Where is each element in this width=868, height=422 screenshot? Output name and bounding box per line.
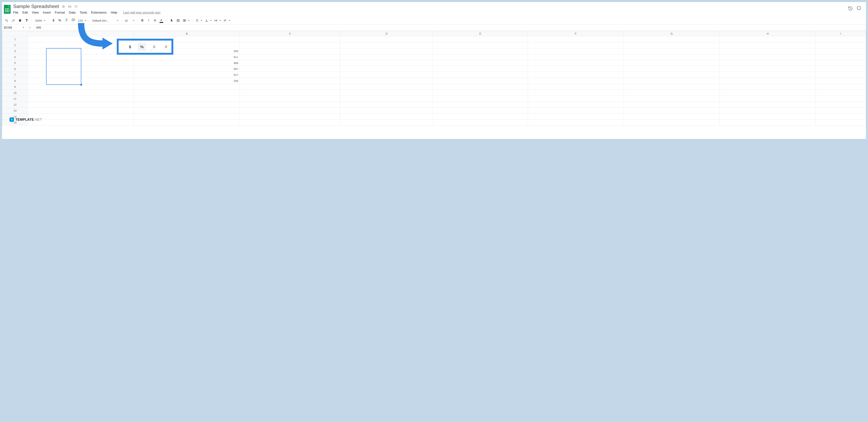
increase-decimal-button[interactable]: .00→ — [70, 18, 76, 23]
cell-C3[interactable] — [240, 48, 340, 54]
cell-F1[interactable] — [528, 36, 624, 42]
cell-D11[interactable] — [340, 96, 433, 102]
cell-H7[interactable] — [720, 72, 815, 78]
cell-H1[interactable] — [720, 36, 815, 42]
cell-G12[interactable] — [624, 102, 720, 108]
popup-currency-button[interactable]: $ — [126, 43, 134, 51]
cell-D10[interactable] — [340, 90, 433, 96]
cell-B15[interactable] — [134, 120, 240, 125]
cell-D12[interactable] — [340, 102, 433, 108]
col-header-C[interactable]: C — [240, 31, 340, 36]
formula-input[interactable]: 345 — [34, 26, 866, 30]
cell-B5[interactable]: 466 — [134, 60, 240, 66]
cell-I15[interactable] — [815, 120, 866, 125]
strikethrough-button[interactable]: S — [153, 18, 158, 23]
print-button[interactable] — [17, 18, 23, 23]
cell-H5[interactable] — [720, 60, 815, 66]
menu-format[interactable]: Format — [55, 10, 65, 15]
borders-button[interactable] — [175, 18, 181, 23]
cell-F4[interactable] — [528, 54, 624, 60]
cell-E11[interactable] — [433, 96, 528, 102]
cell-I7[interactable] — [815, 72, 866, 78]
cell-G6[interactable] — [624, 66, 720, 72]
cell-A7[interactable] — [28, 72, 134, 78]
cell-C6[interactable] — [240, 66, 340, 72]
cell-E14[interactable] — [433, 114, 528, 120]
cell-G11[interactable] — [624, 96, 720, 102]
cell-D3[interactable] — [340, 48, 433, 54]
paint-format-button[interactable] — [24, 18, 30, 23]
select-all-corner[interactable] — [2, 31, 28, 36]
cloud-status-icon[interactable] — [74, 5, 78, 8]
cell-I6[interactable] — [815, 66, 866, 72]
text-rotation-dropdown[interactable] — [223, 19, 231, 22]
col-header-B[interactable]: B — [134, 31, 240, 36]
menu-view[interactable]: View — [32, 10, 39, 15]
move-folder-icon[interactable] — [68, 5, 71, 8]
doc-title[interactable]: Sample Spreadsheet — [13, 3, 59, 9]
format-currency-button[interactable]: $ — [51, 18, 56, 23]
menu-data[interactable]: Data — [69, 10, 76, 15]
menu-file[interactable]: File — [13, 10, 18, 15]
more-formats-dropdown[interactable]: 123 — [78, 19, 87, 22]
cell-B13[interactable] — [134, 108, 240, 114]
cell-C9[interactable] — [240, 84, 340, 90]
vertical-align-dropdown[interactable] — [204, 19, 212, 22]
cell-D5[interactable] — [340, 60, 433, 66]
undo-button[interactable] — [4, 18, 9, 23]
popup-increase-decimal-button[interactable]: .0 — [161, 43, 170, 51]
cell-E8[interactable] — [433, 78, 528, 84]
cell-H15[interactable] — [720, 120, 815, 125]
cell-C2[interactable] — [240, 42, 340, 48]
cell-H2[interactable] — [720, 42, 815, 48]
cell-D15[interactable] — [340, 120, 433, 125]
cell-D6[interactable] — [340, 66, 433, 72]
cell-F14[interactable] — [528, 114, 624, 120]
cell-F6[interactable] — [528, 66, 624, 72]
col-header-G[interactable]: G — [624, 31, 720, 36]
row-header-1[interactable]: 1 — [2, 36, 28, 42]
cell-E2[interactable] — [433, 42, 528, 48]
col-header-H[interactable]: H — [720, 31, 815, 36]
selection-handle[interactable] — [81, 84, 82, 86]
cell-I2[interactable] — [815, 42, 866, 48]
cell-C11[interactable] — [240, 96, 340, 102]
cell-G15[interactable] — [624, 120, 720, 125]
cell-E1[interactable] — [433, 36, 528, 42]
cell-A13[interactable] — [28, 108, 134, 114]
bold-button[interactable]: B — [140, 18, 145, 23]
cell-I14[interactable] — [815, 114, 866, 120]
cell-E7[interactable] — [433, 72, 528, 78]
cell-A8[interactable] — [28, 78, 134, 84]
cell-I5[interactable] — [815, 60, 866, 66]
font-size-dropdown[interactable]: 10 — [124, 19, 135, 22]
cell-G10[interactable] — [624, 90, 720, 96]
cell-D4[interactable] — [340, 54, 433, 60]
menu-edit[interactable]: Edit — [22, 10, 28, 15]
row-header-4[interactable]: 4 — [2, 54, 28, 60]
cell-D7[interactable] — [340, 72, 433, 78]
cell-G8[interactable] — [624, 78, 720, 84]
row-header-6[interactable]: 6 — [2, 66, 28, 72]
cell-H14[interactable] — [720, 114, 815, 120]
cell-D8[interactable] — [340, 78, 433, 84]
italic-button[interactable]: I — [146, 18, 151, 23]
cell-B14[interactable] — [134, 114, 240, 120]
row-header-2[interactable]: 2 — [2, 42, 28, 48]
cell-E10[interactable] — [433, 90, 528, 96]
menu-tools[interactable]: Tools — [80, 10, 87, 15]
cell-A10[interactable] — [28, 90, 134, 96]
row-header-9[interactable]: 9 — [2, 84, 28, 90]
cell-H10[interactable] — [720, 90, 815, 96]
cell-F8[interactable] — [528, 78, 624, 84]
row-header-10[interactable]: 10 — [2, 90, 28, 96]
cell-B4[interactable]: 911 — [134, 54, 240, 60]
cell-E13[interactable] — [433, 108, 528, 114]
history-icon[interactable] — [848, 6, 853, 11]
cell-I10[interactable] — [815, 90, 866, 96]
redo-button[interactable] — [10, 18, 16, 23]
cell-H9[interactable] — [720, 84, 815, 90]
cell-G14[interactable] — [624, 114, 720, 120]
cell-D14[interactable] — [340, 114, 433, 120]
cell-C7[interactable] — [240, 72, 340, 78]
